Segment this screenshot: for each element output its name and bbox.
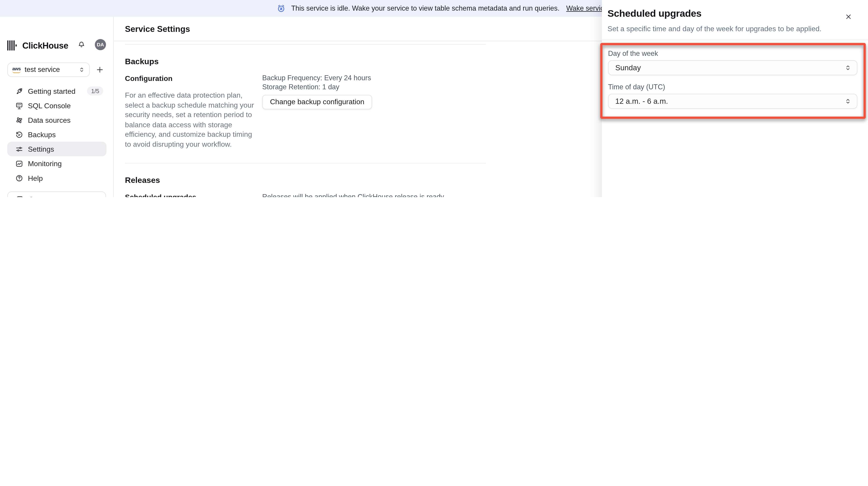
storage-retention-value: Storage Retention: 1 day [262,83,602,91]
sidebar-item-backups[interactable]: Backups [7,127,106,142]
settings-row-backup-configuration: Configuration For an effective data prot… [125,74,602,149]
user-avatar[interactable]: DA [95,39,106,50]
day-of-week-select[interactable]: Sunday [608,60,857,75]
chevron-up-down-icon [844,98,851,105]
console-icon [15,101,24,110]
sidebar-item-label: Help [28,174,106,182]
sidebar-item-label: Getting started [28,87,87,95]
brand-name: ClickHouse [22,41,68,51]
sidebar-item-monitoring[interactable]: Monitoring [7,156,106,171]
service-selector[interactable]: aws test service [7,62,90,77]
connect-button-label: Connect [29,195,55,197]
sidebar-item-label: Data sources [28,116,106,124]
idle-banner-message: This service is idle. Wake your service … [291,4,559,12]
row-description: For an effective data protection plan, s… [125,90,258,149]
sidebar: ClickHouse DA aws test service [0,17,114,197]
page-title: Service Settings [125,24,190,33]
wake-service-link[interactable]: Wake service [566,4,608,12]
sidebar-item-label: SQL Console [28,101,106,110]
time-of-day-value: 12 a.m. - 6 a.m. [615,97,844,105]
sidebar-item-label: Monitoring [28,159,106,168]
row-subtitle: Scheduled upgrades [125,193,262,197]
change-backup-configuration-button[interactable]: Change backup configuration [262,95,372,110]
help-circle-icon [15,174,24,182]
main-header: Service Settings [114,17,602,41]
rocket-icon [15,87,24,95]
data-sources-icon [15,116,24,124]
service-selector-value: test service [25,66,75,74]
chevron-up-down-icon [844,64,851,71]
backup-frequency-value: Backup Frequency: Every 24 hours [262,74,602,83]
section-divider [125,163,486,163]
row-subtitle: Configuration [125,74,262,83]
sliders-icon [15,145,24,153]
sidebar-item-data-sources[interactable]: Data sources [7,113,106,127]
alarm-clock-icon [277,4,285,13]
section-divider [125,44,486,44]
monitoring-chart-icon [15,159,24,168]
sidebar-item-settings[interactable]: Settings [7,142,106,156]
time-of-day-label: Time of day (UTC) [608,83,665,91]
releases-info-text: Releases will be applied when ClickHouse… [262,193,602,197]
panel-title: Scheduled upgrades [608,8,702,20]
settings-row-scheduled-upgrades: Scheduled upgrades Set a specific time a… [125,193,602,197]
notifications-bell-icon[interactable] [78,41,86,49]
sidebar-item-label: Settings [28,145,106,153]
connect-button[interactable]: Connect [7,191,106,197]
aws-provider-icon: aws [12,67,21,73]
sidebar-item-help[interactable]: Help [7,171,106,185]
time-of-day-select[interactable]: 12 a.m. - 6 a.m. [608,94,857,109]
day-of-week-label: Day of the week [608,50,658,58]
getting-started-progress-badge: 1/5 [87,87,103,95]
sidebar-item-label: Backups [28,130,106,139]
section-title-releases: Releases [125,175,602,184]
day-of-week-value: Sunday [615,63,844,72]
add-service-button[interactable] [95,65,105,74]
close-icon[interactable] [844,12,853,21]
scheduled-upgrades-panel: Scheduled upgrades Set a specific time a… [602,0,868,197]
backup-history-icon [15,130,24,139]
sidebar-nav: Getting started 1/5 SQL Console [7,84,106,185]
section-title-backups: Backups [125,57,602,66]
clickhouse-logo-icon [7,40,18,51]
main-content: Service Settings Backups Configuration F… [114,17,602,197]
chevron-up-down-icon [79,66,85,73]
sidebar-item-sql-console[interactable]: SQL Console [7,98,106,113]
sidebar-item-getting-started[interactable]: Getting started 1/5 [7,84,106,98]
connect-icon [16,195,24,197]
clickhouse-cloud-app: This service is idle. Wake your service … [0,0,868,197]
panel-divider [602,39,868,40]
panel-description: Set a specific time and day of the week … [608,25,822,33]
